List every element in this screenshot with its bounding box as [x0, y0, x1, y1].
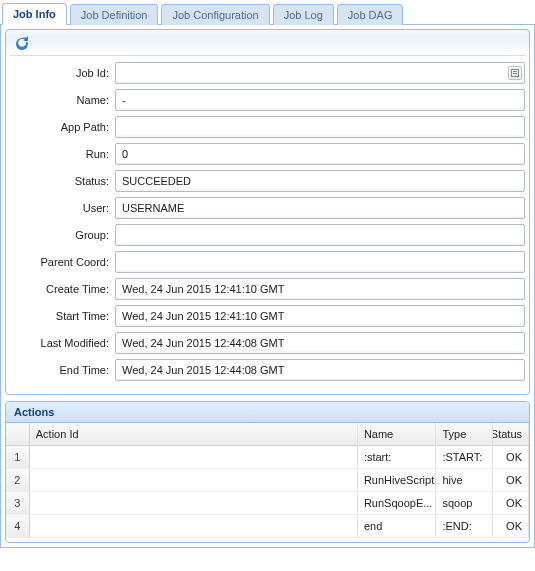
cell-rownum: 4 — [6, 515, 30, 537]
cell-actionid — [30, 469, 358, 491]
cell-type: hive — [436, 469, 493, 491]
form-row: Status:SUCCEEDED — [10, 170, 525, 192]
cell-name: end — [358, 515, 437, 537]
table-row[interactable]: 3RunSqoopE...sqoopOK — [6, 492, 529, 515]
refresh-button[interactable] — [14, 36, 30, 52]
form-row: End Time:Wed, 24 Jun 2015 12:44:08 GMT — [10, 359, 525, 381]
form-row: Last Modified:Wed, 24 Jun 2015 12:44:08 … — [10, 332, 525, 354]
cell-name: :start: — [358, 446, 437, 468]
form-label: Job Id: — [10, 67, 115, 79]
tab-body: Job Id:Name:-App Path:Run:0Status:SUCCEE… — [0, 25, 535, 548]
job-info-panel: Job Id:Name:-App Path:Run:0Status:SUCCEE… — [5, 29, 530, 395]
form-field[interactable]: SUCCEEDED — [115, 170, 525, 192]
form-value: Wed, 24 Jun 2015 12:44:08 GMT — [122, 364, 284, 376]
tab-job-configuration[interactable]: Job Configuration — [161, 4, 269, 25]
cell-rownum: 1 — [6, 446, 30, 468]
form-field[interactable]: Wed, 24 Jun 2015 12:41:10 GMT — [115, 305, 525, 327]
tab-job-log[interactable]: Job Log — [273, 4, 334, 25]
form-row: User:USERNAME — [10, 197, 525, 219]
actions-title: Actions — [6, 402, 529, 423]
form-label: User: — [10, 202, 115, 214]
cell-rownum: 2 — [6, 469, 30, 491]
form-value: Wed, 24 Jun 2015 12:41:10 GMT — [122, 283, 284, 295]
form-field[interactable]: 0 — [115, 143, 525, 165]
tab-label: Job Info — [13, 8, 56, 20]
form-row: App Path: — [10, 116, 525, 138]
form-label: App Path: — [10, 121, 115, 133]
form-label: Create Time: — [10, 283, 115, 295]
grid-header-status[interactable]: Status — [493, 423, 529, 445]
tab-label: Job Definition — [81, 9, 148, 21]
form-row: Run:0 — [10, 143, 525, 165]
form-label: Group: — [10, 229, 115, 241]
grid-body: 1:start::START:OK2RunHiveScripthiveOK3Ru… — [6, 446, 529, 542]
field-trigger-icon[interactable] — [508, 66, 522, 80]
form-label: Start Time: — [10, 310, 115, 322]
form-field[interactable] — [115, 62, 525, 84]
grid-header-rownum[interactable] — [6, 423, 30, 445]
cell-type: :END: — [436, 515, 493, 537]
form-field[interactable]: USERNAME — [115, 197, 525, 219]
form-label: Run: — [10, 148, 115, 160]
form-field[interactable] — [115, 251, 525, 273]
cell-name: RunSqoopE... — [358, 492, 437, 514]
form-label: Last Modified: — [10, 337, 115, 349]
actions-panel: Actions Action Id Name Type Status 1:sta… — [5, 401, 530, 543]
tab-job-definition[interactable]: Job Definition — [70, 4, 159, 25]
form-field[interactable] — [115, 224, 525, 246]
form-row: Name:- — [10, 89, 525, 111]
cell-status: OK — [493, 469, 529, 491]
tab-label: Job DAG — [348, 9, 393, 21]
cell-actionid — [30, 515, 358, 537]
table-row[interactable]: 1:start::START:OK — [6, 446, 529, 469]
form-label: End Time: — [10, 364, 115, 376]
table-row[interactable]: 4end:END:OK — [6, 515, 529, 538]
form-value: 0 — [122, 148, 128, 160]
grid-header-actionid[interactable]: Action Id — [30, 423, 358, 445]
refresh-icon — [14, 36, 30, 52]
form-label: Parent Coord: — [10, 256, 115, 268]
tab-job-dag[interactable]: Job DAG — [337, 4, 404, 25]
form-row: Group: — [10, 224, 525, 246]
form-label: Name: — [10, 94, 115, 106]
form-field[interactable]: Wed, 24 Jun 2015 12:44:08 GMT — [115, 332, 525, 354]
form-field[interactable] — [115, 116, 525, 138]
actions-grid: Action Id Name Type Status 1:start::STAR… — [6, 423, 529, 542]
cell-type: :START: — [436, 446, 493, 468]
form-row: Parent Coord: — [10, 251, 525, 273]
table-row[interactable]: 2RunHiveScripthiveOK — [6, 469, 529, 492]
tab-strip: Job Info Job Definition Job Configuratio… — [0, 0, 535, 25]
cell-status: OK — [493, 515, 529, 537]
panel-toolbar — [10, 34, 525, 56]
grid-header-row: Action Id Name Type Status — [6, 423, 529, 446]
form-field[interactable]: - — [115, 89, 525, 111]
cell-status: OK — [493, 492, 529, 514]
form: Job Id:Name:-App Path:Run:0Status:SUCCEE… — [10, 62, 525, 381]
form-value: USERNAME — [122, 202, 184, 214]
cell-name: RunHiveScript — [358, 469, 437, 491]
form-label: Status: — [10, 175, 115, 187]
form-field[interactable]: Wed, 24 Jun 2015 12:44:08 GMT — [115, 359, 525, 381]
tab-job-info[interactable]: Job Info — [2, 3, 67, 25]
form-row: Job Id: — [10, 62, 525, 84]
form-row: Create Time:Wed, 24 Jun 2015 12:41:10 GM… — [10, 278, 525, 300]
svg-rect-1 — [513, 71, 517, 72]
form-field[interactable]: Wed, 24 Jun 2015 12:41:10 GMT — [115, 278, 525, 300]
cell-type: sqoop — [436, 492, 493, 514]
tab-label: Job Configuration — [172, 9, 258, 21]
grid-header-type[interactable]: Type — [436, 423, 493, 445]
form-value: Wed, 24 Jun 2015 12:44:08 GMT — [122, 337, 284, 349]
form-value: SUCCEEDED — [122, 175, 191, 187]
form-value: - — [122, 94, 126, 106]
cell-rownum: 3 — [6, 492, 30, 514]
cell-status: OK — [493, 446, 529, 468]
svg-rect-2 — [513, 73, 517, 74]
tab-label: Job Log — [284, 9, 323, 21]
form-row: Start Time:Wed, 24 Jun 2015 12:41:10 GMT — [10, 305, 525, 327]
form-value: Wed, 24 Jun 2015 12:41:10 GMT — [122, 310, 284, 322]
cell-actionid — [30, 446, 358, 468]
cell-actionid — [30, 492, 358, 514]
grid-header-name[interactable]: Name — [358, 423, 437, 445]
